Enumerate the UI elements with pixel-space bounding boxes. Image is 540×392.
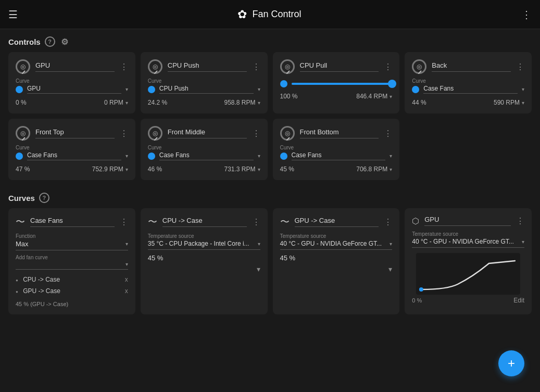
temp-arrow-gpu-chart: ▾	[522, 239, 524, 245]
controls-help-icon[interactable]: ?	[45, 36, 55, 47]
curve-select-back[interactable]: Case Fans ▾	[412, 85, 524, 94]
card-menu-front-middle[interactable]: ⋮	[252, 129, 260, 138]
gauge-icon-gpu: ◎	[16, 59, 30, 74]
curve-select-front-top[interactable]: Case Fans ▾	[16, 151, 128, 160]
card-header-back: ◎ Back ⋮	[412, 59, 524, 74]
curve-arrow-front-middle: ▾	[258, 153, 260, 159]
curves-help-icon[interactable]: ?	[39, 193, 49, 203]
app-menu-button[interactable]: ⋮	[521, 8, 532, 21]
add-fab-button[interactable]: +	[498, 350, 524, 376]
chevron-front-middle: ▾	[258, 167, 260, 172]
main-content: Controls ? ⚙ ◎ GPU ⋮ Curve GPU ▾	[0, 29, 540, 392]
curve-select-gpu[interactable]: GPU ▾	[16, 85, 128, 94]
control-card-cpu-pull: ◎ CPU Pull ⋮ 100 % 846.4 RPM ▾	[273, 52, 400, 113]
control-card-front-bottom: ◎ Front Bottom ⋮ Curve Case Fans ▾ 45 % …	[273, 119, 400, 180]
add-fan-arrow-case-fans: ▾	[125, 261, 128, 267]
card-title-cpu-push: CPU Push	[168, 61, 247, 72]
chevron-cpu-pull: ▾	[390, 94, 392, 99]
curve-card-menu-cpu-case[interactable]: ⋮	[252, 217, 260, 227]
gpu-chart-svg	[412, 253, 524, 295]
curve-card-menu-gpu-chart[interactable]: ⋮	[516, 216, 524, 226]
curve-card-cpu-case: 〜 CPU -> Case ⋮ Temperature source 35 °C…	[141, 208, 268, 314]
temp-arrow-cpu-case: ▾	[258, 241, 260, 247]
function-select-case-fans[interactable]: Max ▾	[16, 240, 128, 250]
card-title-front-bottom: Front Bottom	[300, 128, 379, 138]
curve-dot-cpu-push	[148, 86, 155, 93]
card-header-cpu-pull: ◎ CPU Pull ⋮	[280, 59, 393, 74]
curve-dot-back	[412, 86, 419, 93]
card-menu-back[interactable]: ⋮	[516, 62, 524, 72]
fan-curve-remove-cpu[interactable]: x	[125, 276, 128, 283]
gpu-chart	[412, 253, 524, 295]
control-card-front-middle: ◎ Front Middle ⋮ Curve Case Fans ▾ 46 % …	[141, 119, 268, 180]
slider-cpu-pull[interactable]	[280, 80, 393, 87]
control-card-cpu-push: ◎ CPU Push ⋮ Curve CPU Push ▾ 24.2 % 958…	[141, 52, 268, 113]
curve-select-front-bottom[interactable]: Case Fans ▾	[280, 151, 393, 160]
curve-name-front-middle: Case Fans	[159, 151, 254, 160]
temp-value-gpu-chart[interactable]: 40 °C - GPU - NVIDIA GeForce GT... ▾	[412, 238, 524, 248]
gpu-chart-edit-button[interactable]: Edit	[513, 297, 524, 304]
card-header-front-top: ◎ Front Top ⋮	[16, 126, 128, 141]
curve-dot-gpu	[16, 86, 23, 93]
curve-card-title-cpu-case: CPU -> Case	[162, 217, 247, 227]
control-card-back: ◎ Back ⋮ Curve Case Fans ▾ 44 % 590 RPM …	[405, 52, 532, 113]
fan-curve-dot-gpu: ●	[16, 289, 18, 294]
slider-track-cpu-pull[interactable]	[292, 83, 393, 85]
curves-section-header: Curves ?	[0, 185, 540, 208]
expand-gpu-case[interactable]: ▾	[388, 265, 392, 273]
card-title-front-middle: Front Middle	[168, 128, 247, 138]
rpm-cpu-pull: 846.4 RPM ▾	[356, 93, 392, 100]
percent-gpu: 0 %	[16, 99, 27, 106]
expand-cpu-case[interactable]: ▾	[257, 265, 260, 273]
curve-label-gpu: Curve	[16, 78, 128, 84]
card-stats-front-bottom: 45 % 706.8 RPM ▾	[280, 166, 393, 173]
card-curve-front-top: Curve Case Fans ▾	[16, 145, 128, 160]
menu-icon[interactable]: ☰	[8, 8, 18, 21]
rpm-value-front-bottom: 706.8 RPM	[356, 166, 387, 173]
curves-label: Curves	[8, 194, 35, 203]
card-menu-cpu-push[interactable]: ⋮	[252, 62, 260, 72]
curve-arrow-back: ▾	[522, 86, 524, 92]
fan-curve-dot-cpu: ●	[16, 278, 18, 283]
card-header-cpu-push: ◎ CPU Push ⋮	[148, 59, 260, 74]
curve-card-header-case-fans: 〜 Case Fans ⋮	[16, 216, 128, 228]
curve-dot-front-middle	[148, 153, 155, 160]
card-menu-cpu-pull[interactable]: ⋮	[384, 62, 392, 72]
curve-label-front-bottom: Curve	[280, 145, 393, 150]
controls-settings-icon[interactable]: ⚙	[59, 36, 70, 47]
rpm-front-bottom: 706.8 RPM ▾	[356, 166, 392, 173]
fan-curve-item-gpu: ● GPU -> Case x	[16, 285, 128, 297]
curve-card-header-gpu-case: 〜 GPU -> Case ⋮	[280, 216, 393, 228]
curve-label-front-top: Curve	[16, 145, 128, 150]
slider-thumb-cpu-pull[interactable]	[388, 80, 396, 88]
card-menu-front-top[interactable]: ⋮	[120, 129, 128, 138]
curve-label-cpu-push: Curve	[148, 78, 260, 84]
gauge-icon-back: ◎	[412, 59, 426, 74]
temp-label-cpu-case: Temperature source	[148, 233, 260, 239]
curve-select-cpu-push[interactable]: CPU Push ▾	[148, 85, 260, 94]
card-title-cpu-pull: CPU Pull	[300, 61, 379, 72]
gauge-icon-front-top: ◎	[16, 126, 30, 141]
card-stats-cpu-push: 24.2 % 958.8 RPM ▾	[148, 99, 260, 106]
rpm-gpu: 0 RPM ▾	[104, 99, 128, 106]
gauge-icon-front-middle: ◎	[148, 126, 162, 141]
temp-value-gpu-case[interactable]: 40 °C - GPU - NVIDIA GeForce GT... ▾	[280, 240, 393, 250]
card-menu-front-bottom[interactable]: ⋮	[384, 129, 392, 138]
card-stats-cpu-pull: 100 % 846.4 RPM ▾	[280, 93, 393, 100]
card-header-gpu: ◎ GPU ⋮	[16, 59, 128, 74]
fan-curve-remove-gpu[interactable]: x	[125, 287, 128, 295]
curve-icon-cpu-case: 〜	[148, 216, 157, 228]
card-menu-gpu[interactable]: ⋮	[120, 62, 128, 72]
fan-icon: ✿	[237, 8, 247, 21]
svg-rect-0	[416, 253, 520, 295]
controls-section-header: Controls ? ⚙	[0, 29, 540, 52]
slider-dot-cpu-pull	[280, 80, 287, 87]
rpm-value-gpu: 0 RPM	[104, 99, 123, 106]
app-title-container: ✿ Fan Control	[237, 8, 301, 21]
temp-value-cpu-case[interactable]: 35 °C - CPU Package - Intel Core i... ▾	[148, 240, 260, 250]
function-label-case-fans: Function	[16, 233, 128, 239]
add-fan-select-case-fans[interactable]: ▾	[16, 261, 128, 270]
curve-select-front-middle[interactable]: Case Fans ▾	[148, 151, 260, 160]
curve-card-menu-case-fans[interactable]: ⋮	[120, 217, 128, 227]
curve-card-menu-gpu-case[interactable]: ⋮	[384, 217, 392, 227]
